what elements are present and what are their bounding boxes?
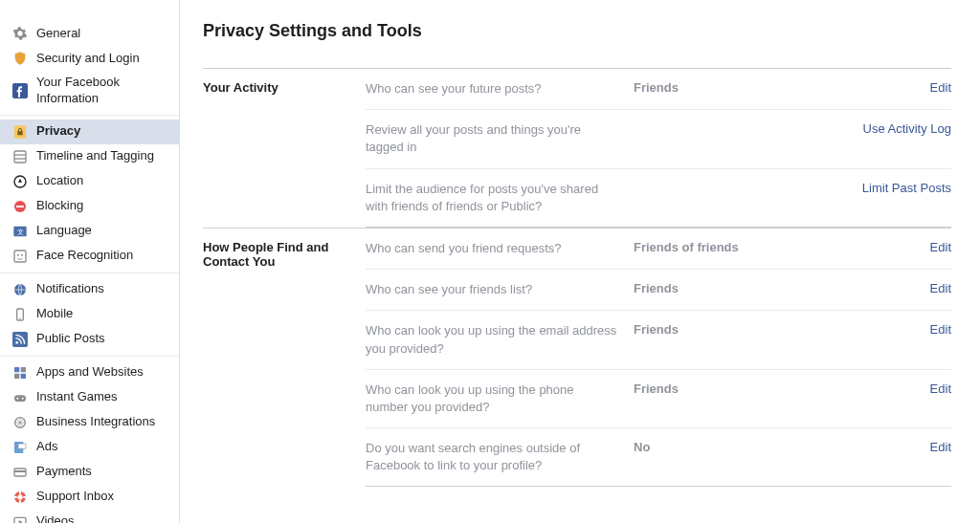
row-value: Friends — [634, 80, 930, 95]
sidebar-item-label: Instant Games — [36, 389, 171, 405]
row-description: Who can see your friends list? — [366, 281, 634, 298]
section-rows: Who can send you friend requests?Friends… — [366, 229, 951, 488]
sidebar-item-label: Mobile — [36, 306, 171, 322]
section-rows: Who can see your future posts?FriendsEdi… — [366, 69, 951, 228]
biz-icon — [11, 414, 29, 431]
row-value: Friends — [634, 381, 930, 396]
sidebar-group: NotificationsMobilePublic Posts — [0, 273, 179, 357]
sidebar-item-apps[interactable]: Apps and Websites — [0, 360, 179, 385]
svg-point-23 — [16, 397, 18, 399]
sidebar-item-instantgames[interactable]: Instant Games — [0, 385, 179, 410]
svg-text:文: 文 — [17, 228, 24, 234]
svg-rect-20 — [14, 373, 19, 378]
sidebar-item-label: Privacy — [36, 123, 171, 140]
settings-row: Who can see your future posts?FriendsEdi… — [366, 69, 951, 110]
row-description: Who can see your future posts? — [366, 80, 634, 98]
sidebar-item-label: Ads — [36, 439, 171, 455]
row-action-link[interactable]: Edit — [930, 281, 951, 295]
sidebar-item-location[interactable]: Location — [0, 169, 179, 194]
sidebar-item-privacy[interactable]: Privacy — [0, 120, 179, 144]
sidebar-item-yourinfo[interactable]: Your Facebook Information — [0, 71, 179, 111]
apps-icon — [11, 364, 29, 381]
row-action-link[interactable]: Edit — [930, 240, 951, 254]
sidebar-item-general[interactable]: General — [0, 21, 179, 46]
row-action-link[interactable]: Edit — [930, 440, 951, 454]
svg-rect-27 — [18, 444, 26, 448]
settings-row: Who can look you up using the phone numb… — [366, 370, 951, 428]
sidebar-item-label: Language — [36, 223, 171, 239]
row-action-link[interactable]: Edit — [930, 322, 951, 337]
block-icon — [11, 198, 29, 215]
sidebar-group: Apps and WebsitesInstant GamesBusiness I… — [0, 357, 179, 523]
main-content: Privacy Settings and Tools Your Activity… — [180, 0, 980, 523]
sidebar-item-label: Public Posts — [36, 331, 171, 347]
svg-rect-22 — [14, 395, 26, 402]
row-value: No — [634, 440, 930, 454]
location-icon — [11, 173, 29, 190]
games-icon — [11, 389, 29, 406]
row-action-link[interactable]: Edit — [930, 381, 951, 396]
shield-icon — [11, 50, 29, 67]
timeline-icon — [11, 148, 29, 165]
svg-rect-29 — [14, 470, 26, 472]
section-title: How People Find and Contact You — [203, 229, 366, 488]
sidebar-item-label: Apps and Websites — [36, 364, 171, 381]
gear-icon — [11, 25, 29, 42]
fb-icon — [11, 82, 29, 99]
support-icon — [11, 489, 29, 506]
sidebar-item-timeline[interactable]: Timeline and Tagging — [0, 144, 179, 169]
sidebar-item-videos[interactable]: Videos — [0, 510, 179, 523]
sidebar-item-publicposts[interactable]: Public Posts — [0, 327, 179, 352]
svg-rect-10 — [14, 251, 26, 262]
settings-row: Do you want search engines outside of Fa… — [366, 428, 951, 486]
sidebar-item-security[interactable]: Security and Login — [0, 46, 179, 71]
svg-point-12 — [21, 253, 23, 255]
rss-icon — [11, 331, 29, 348]
sidebar-item-blocking[interactable]: Blocking — [0, 194, 179, 219]
svg-point-17 — [15, 341, 18, 344]
sidebar-item-support[interactable]: Support Inbox — [0, 485, 179, 510]
row-action-link[interactable]: Edit — [930, 80, 951, 95]
sidebar-item-language[interactable]: 文Language — [0, 219, 179, 244]
section-title: Your Activity — [203, 69, 366, 228]
svg-point-31 — [17, 494, 22, 499]
videos-icon — [11, 513, 29, 523]
sidebar-item-label: Payments — [36, 464, 171, 480]
svg-point-24 — [22, 397, 24, 399]
settings-row: Limit the audience for posts you've shar… — [366, 169, 951, 227]
row-description: Who can send you friend requests? — [366, 240, 634, 257]
mobile-icon — [11, 306, 29, 323]
sidebar-item-label: Security and Login — [36, 51, 171, 67]
sidebar-item-ads[interactable]: Ads — [0, 435, 179, 460]
sidebar-item-facerec[interactable]: Face Recognition — [0, 244, 179, 269]
sidebar-item-label: Blocking — [36, 198, 171, 214]
sidebar-item-label: Timeline and Tagging — [36, 148, 171, 164]
face-icon — [11, 248, 29, 265]
sidebar-group: GeneralSecurity and LoginYour Facebook I… — [0, 17, 179, 116]
row-value: Friends — [634, 322, 930, 337]
globe-icon — [11, 281, 29, 298]
svg-rect-21 — [21, 373, 26, 378]
sidebar-item-payments[interactable]: Payments — [0, 460, 179, 485]
settings-row: Who can look you up using the email addr… — [366, 311, 951, 369]
row-value: Friends — [634, 281, 930, 295]
sidebar-item-mobile[interactable]: Mobile — [0, 302, 179, 327]
payments-icon — [11, 464, 29, 481]
settings-section: How People Find and Contact YouWho can s… — [203, 228, 951, 488]
row-action-link[interactable]: Use Activity Log — [863, 121, 952, 136]
row-description: Who can look you up using the email addr… — [366, 322, 634, 357]
sidebar-item-label: Location — [36, 173, 171, 189]
sidebar-item-label: Support Inbox — [36, 489, 171, 505]
settings-row: Who can see your friends list?FriendsEdi… — [366, 270, 951, 311]
sidebar-item-bizint[interactable]: Business Integrations — [0, 410, 179, 435]
page-title: Privacy Settings and Tools — [203, 21, 951, 41]
row-action-link[interactable]: Limit Past Posts — [862, 181, 951, 195]
sidebar-item-label: Videos — [36, 513, 171, 523]
svg-point-15 — [19, 317, 20, 318]
settings-section: Your ActivityWho can see your future pos… — [203, 68, 951, 228]
row-value: Friends of friends — [634, 240, 930, 254]
svg-rect-7 — [16, 206, 24, 207]
language-icon: 文 — [11, 223, 29, 240]
sidebar-item-label: Your Facebook Information — [36, 75, 171, 107]
sidebar-item-notifications[interactable]: Notifications — [0, 277, 179, 302]
